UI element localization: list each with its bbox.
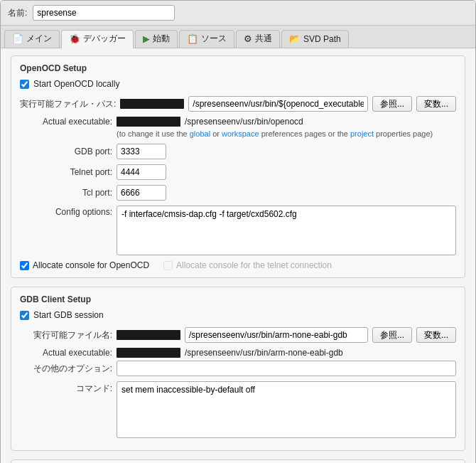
actual-executable-path: /spresenseenv/usr/bin/openocd — [185, 117, 303, 127]
tab-svd-path[interactable]: 📂 SVD Path — [281, 30, 349, 48]
source-icon: 📋 — [187, 33, 198, 44]
start-gdb-label: Start GDB session — [33, 310, 104, 320]
alloc-telnet-checkbox[interactable] — [163, 261, 173, 270]
gdb-executable-redacted — [117, 330, 180, 340]
gdb-executable-row: 実行可能ファイル名: 参照... 変数... — [20, 327, 456, 343]
telnet-port-input[interactable] — [117, 164, 166, 180]
tab-start-label: 始動 — [153, 33, 170, 45]
executable-path-label: 実行可能ファイル・パス: — [20, 98, 116, 110]
help-end: properties page) — [374, 129, 433, 138]
gdb-executable-label: 実行可能ファイル名: — [20, 329, 112, 341]
gdb-port-row: GDB port: — [20, 144, 456, 159]
config-options-label: Config options: — [20, 206, 112, 217]
executable-vars-button[interactable]: 変数... — [416, 96, 456, 112]
alloc-console-item: Allocate console for OpenOCD — [20, 260, 149, 270]
telnet-port-row: Telnet port: — [20, 164, 456, 180]
gdb-vars-button[interactable]: 変数... — [416, 327, 456, 343]
gdb-setup-section: GDB Client Setup Start GDB session 実行可能フ… — [11, 287, 465, 451]
start-openocd-checkbox[interactable] — [20, 80, 29, 89]
gdb-section-title: GDB Client Setup — [20, 294, 456, 304]
command-label: コマンド: — [20, 381, 112, 395]
remote-target-section: Remote Target ホスト名または IP アドレス: ポート番号: — [11, 459, 465, 463]
start-gdb-checkbox[interactable] — [20, 311, 29, 320]
executable-browse-button[interactable]: 参照... — [372, 96, 412, 112]
command-textarea[interactable]: set mem inaccessible-by-default off — [117, 381, 456, 438]
help-text: (to change it use the global or workspac… — [117, 129, 456, 138]
tabs-bar: 📄 メイン 🐞 デバッガー ▶ 始動 📋 ソース ⚙ 共通 📂 SVD Path — [1, 26, 475, 48]
config-options-textarea[interactable]: -f interface/cmsis-dap.cfg -f target/cxd… — [117, 206, 456, 255]
executable-path-row: 実行可能ファイル・パス: 参照... 変数... — [20, 96, 456, 112]
debugger-icon: 🐞 — [69, 33, 80, 44]
start-gdb-row: Start GDB session — [20, 310, 456, 320]
gdb-port-label: GDB port: — [20, 147, 112, 156]
executable-path-input[interactable] — [188, 96, 368, 112]
gdb-actual-label: Actual executable: — [20, 348, 112, 358]
tab-common[interactable]: ⚙ 共通 — [236, 30, 280, 48]
gdb-port-input[interactable] — [117, 144, 166, 159]
command-row: コマンド: set mem inaccessible-by-default of… — [20, 381, 456, 438]
gdb-executable-input[interactable] — [185, 327, 368, 343]
gdb-browse-button[interactable]: 参照... — [372, 327, 412, 343]
openocd-setup-section: OpenOCD Setup Start OpenOCD locally 実行可能… — [11, 55, 465, 278]
tab-main[interactable]: 📄 メイン — [4, 30, 60, 48]
config-options-row: Config options: -f interface/cmsis-dap.c… — [20, 206, 456, 255]
tcl-port-row: Tcl port: — [20, 185, 456, 201]
alloc-console-label: Allocate console for OpenOCD — [33, 260, 149, 270]
tab-svd-path-label: SVD Path — [303, 34, 341, 44]
tab-debugger-label: デバッガー — [83, 33, 126, 45]
tcl-port-input[interactable] — [117, 185, 166, 201]
executable-path-redacted — [120, 99, 184, 109]
tab-source-label: ソース — [201, 33, 227, 45]
telnet-port-label: Telnet port: — [20, 167, 112, 177]
gdb-actual-row: Actual executable: /spresenseenv/usr/bin… — [20, 348, 456, 358]
name-input[interactable] — [33, 5, 175, 21]
common-icon: ⚙ — [244, 33, 252, 44]
other-options-label: その他のオプション: — [20, 363, 112, 375]
alloc-telnet-label: Allocate console for the telnet connecti… — [176, 260, 332, 270]
help-prefix: (to change it use the — [117, 129, 190, 138]
start-openocd-label: Start OpenOCD locally — [33, 79, 119, 89]
gdb-actual-path: /spresenseenv/usr/bin/arm-none-eabi-gdb — [185, 348, 343, 358]
help-global-link[interactable]: global — [190, 129, 210, 138]
help-workspace-link[interactable]: workspace — [222, 129, 259, 138]
alloc-telnet-item: Allocate console for the telnet connecti… — [163, 260, 332, 270]
content-area: OpenOCD Setup Start OpenOCD locally 実行可能… — [1, 48, 475, 463]
gdb-actual-redacted — [117, 348, 180, 358]
actual-executable-row: Actual executable: /spresenseenv/usr/bin… — [20, 117, 456, 127]
console-checkboxes-row: Allocate console for OpenOCD Allocate co… — [20, 260, 456, 270]
actual-executable-label: Actual executable: — [20, 117, 112, 127]
tab-main-label: メイン — [26, 33, 52, 45]
tab-common-label: 共通 — [255, 33, 272, 45]
start-icon: ▶ — [143, 33, 150, 44]
other-options-row: その他のオプション: — [20, 361, 456, 376]
actual-executable-redacted — [117, 117, 180, 127]
help-middle: preferences pages or the — [259, 129, 350, 138]
help-or: or — [210, 129, 222, 138]
other-options-input[interactable] — [117, 361, 456, 376]
help-project-link[interactable]: project — [350, 129, 374, 138]
tab-debugger[interactable]: 🐞 デバッガー — [61, 30, 134, 48]
start-openocd-row: Start OpenOCD locally — [20, 79, 456, 89]
tab-start[interactable]: ▶ 始動 — [135, 30, 178, 48]
tcl-port-label: Tcl port: — [20, 188, 112, 198]
name-field-label: 名前: — [8, 7, 27, 19]
main-icon: 📄 — [12, 33, 23, 44]
tab-source[interactable]: 📋 ソース — [179, 30, 234, 48]
alloc-console-checkbox[interactable] — [20, 261, 29, 270]
openocd-section-title: OpenOCD Setup — [20, 63, 456, 73]
svd-path-icon: 📂 — [289, 33, 301, 44]
